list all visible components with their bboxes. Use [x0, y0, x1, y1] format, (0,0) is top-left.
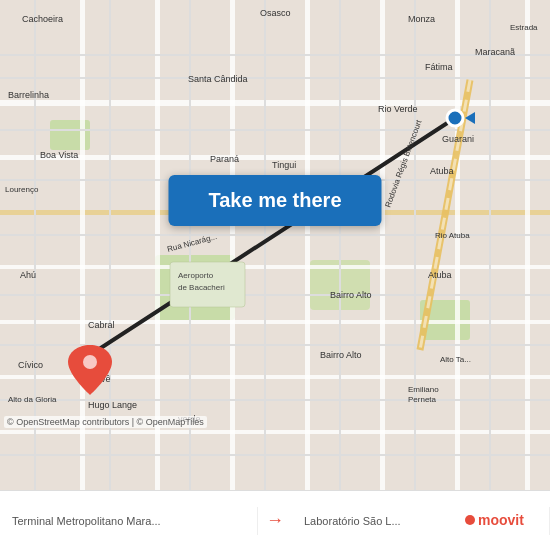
svg-text:Cívico: Cívico — [18, 360, 43, 370]
svg-text:Bairro Alto: Bairro Alto — [330, 290, 372, 300]
svg-rect-18 — [525, 0, 530, 490]
svg-rect-15 — [305, 0, 310, 490]
svg-text:Atuba: Atuba — [430, 166, 454, 176]
svg-text:Emiliano: Emiliano — [408, 385, 439, 394]
svg-text:Rio Atuba: Rio Atuba — [435, 231, 470, 240]
info-bar: Terminal Metropolitano Mara... → Laborat… — [0, 490, 550, 550]
svg-text:moovit: moovit — [478, 512, 524, 528]
map-container: Cachoeira Osasco Monza Estrada Barrelinh… — [0, 0, 550, 490]
origin-label: Terminal Metropolitano Mara... — [12, 515, 245, 527]
svg-rect-17 — [455, 0, 460, 490]
svg-text:de Bacacheri: de Bacacheri — [178, 283, 225, 292]
svg-text:Lourenço: Lourenço — [5, 185, 39, 194]
svg-text:Cabral: Cabral — [88, 320, 115, 330]
svg-text:Fátima: Fátima — [425, 62, 453, 72]
origin-section: Terminal Metropolitano Mara... — [0, 507, 258, 535]
svg-point-76 — [465, 515, 475, 525]
svg-text:Osasco: Osasco — [260, 8, 291, 18]
svg-rect-16 — [380, 0, 385, 490]
svg-text:Cachoeira: Cachoeira — [22, 14, 63, 24]
svg-text:Estrada: Estrada — [510, 23, 538, 32]
svg-text:Monza: Monza — [408, 14, 435, 24]
svg-text:Bairro Alto: Bairro Alto — [320, 350, 362, 360]
map-attribution: © OpenStreetMap contributors | © OpenMap… — [4, 416, 207, 428]
svg-text:Paraná: Paraná — [210, 154, 239, 164]
svg-text:Alto da Gloria: Alto da Gloria — [8, 395, 57, 404]
svg-text:Guarani: Guarani — [442, 134, 474, 144]
svg-text:Hugo Lange: Hugo Lange — [88, 400, 137, 410]
svg-text:Ahú: Ahú — [20, 270, 36, 280]
take-me-there-button[interactable]: Take me there — [168, 175, 381, 226]
svg-text:Barrelinha: Barrelinha — [8, 90, 49, 100]
svg-text:Santa Cândida: Santa Cândida — [188, 74, 248, 84]
svg-point-75 — [83, 355, 97, 369]
moovit-logo: moovit — [460, 490, 550, 550]
svg-text:Maracanã: Maracanã — [475, 47, 515, 57]
svg-text:Perneta: Perneta — [408, 395, 437, 404]
svg-point-72 — [447, 110, 463, 126]
svg-text:Tingui: Tingui — [272, 160, 296, 170]
svg-text:Atuba: Atuba — [428, 270, 452, 280]
svg-text:Boa Vista: Boa Vista — [40, 150, 78, 160]
svg-text:Rio Verde: Rio Verde — [378, 104, 418, 114]
svg-text:Alto Ta...: Alto Ta... — [440, 355, 471, 364]
direction-arrow: → — [258, 510, 292, 531]
svg-text:Aeroporto: Aeroporto — [178, 271, 214, 280]
